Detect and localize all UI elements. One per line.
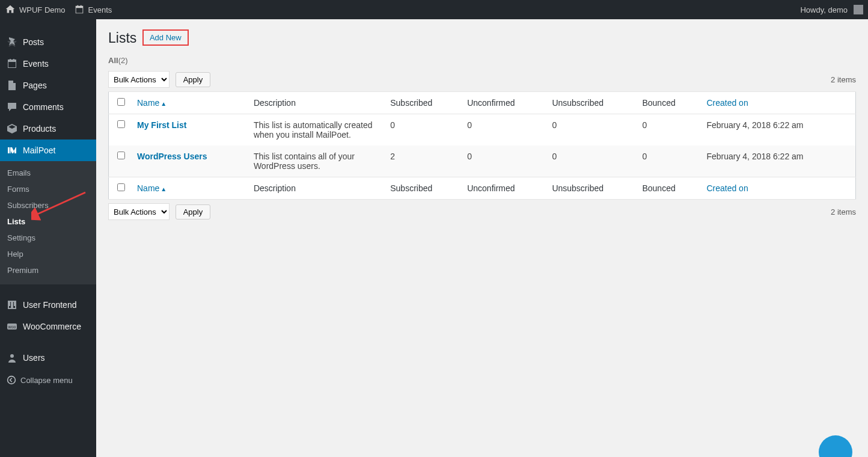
home-icon <box>5 4 16 15</box>
calendar-icon <box>74 4 85 15</box>
toolbar-events-label: Events <box>88 5 112 14</box>
toolbar-events[interactable]: Events <box>74 4 112 15</box>
admin-toolbar: WPUF Demo Events Howdy, demo <box>0 0 868 19</box>
avatar <box>854 5 863 14</box>
toolbar-site[interactable]: WPUF Demo <box>5 4 66 15</box>
toolbar-account[interactable]: Howdy, demo <box>800 5 863 14</box>
toolbar-site-label: WPUF Demo <box>19 5 66 14</box>
toolbar-howdy: Howdy, demo <box>800 5 848 14</box>
